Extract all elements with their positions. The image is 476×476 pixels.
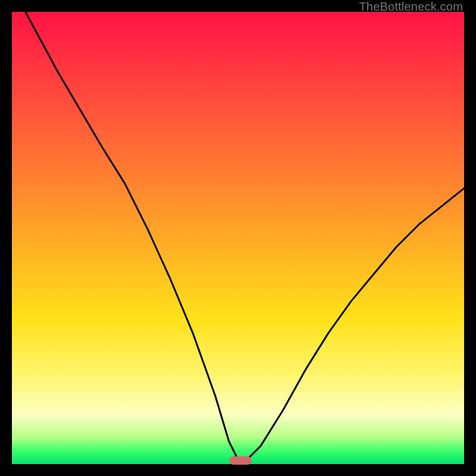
optimal-point-marker (229, 456, 252, 465)
curve-path (26, 12, 464, 459)
plot-area (12, 12, 464, 464)
bottleneck-curve (12, 12, 464, 464)
chart-frame: TheBottleneck.com (0, 0, 476, 476)
